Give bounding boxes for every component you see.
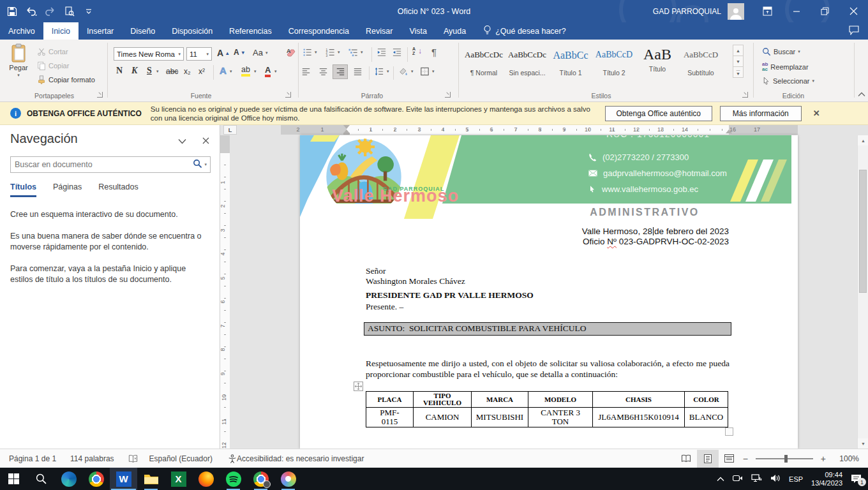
line-spacing-button[interactable]: ▾ bbox=[374, 67, 389, 76]
subscript-button[interactable]: x₂ bbox=[184, 67, 191, 76]
recipient-line-3[interactable]: PRESIDENTE GAD PR VALLE HERMOSO bbox=[366, 290, 534, 301]
zoom-level[interactable]: 100% bbox=[828, 454, 859, 463]
nav-chevron-down-icon[interactable] bbox=[178, 135, 186, 147]
table-cell[interactable]: BLANCO bbox=[685, 408, 728, 427]
more-info-button[interactable]: Más información bbox=[720, 106, 802, 121]
taskbar-paint-icon[interactable] bbox=[274, 468, 302, 490]
close-button[interactable] bbox=[839, 0, 868, 22]
table-cell[interactable]: JL6AMB6H15K010914 bbox=[593, 408, 685, 427]
format-painter-button[interactable]: Copiar formato bbox=[37, 75, 95, 84]
accessibility-icon[interactable] bbox=[228, 454, 237, 463]
table-header[interactable]: PLACA bbox=[366, 392, 414, 408]
nav-tab-paginas[interactable]: Páginas bbox=[53, 182, 82, 197]
tab-revisar[interactable]: Revisar bbox=[357, 22, 401, 40]
text-effects-button[interactable]: A bbox=[220, 65, 227, 76]
search-input[interactable] bbox=[11, 160, 193, 169]
numbering-button[interactable]: 123▾ bbox=[326, 48, 340, 57]
shrink-font-button[interactable]: A▾ bbox=[234, 48, 244, 57]
table-cell[interactable]: MITSUBISHI bbox=[472, 408, 528, 427]
align-left-button[interactable] bbox=[301, 68, 311, 76]
body-paragraph[interactable]: Respetuosamente me dirijo a usted, con e… bbox=[366, 358, 730, 380]
paragraph-dialog-launcher-icon[interactable] bbox=[445, 92, 451, 98]
style-heading2[interactable]: AaBbCcD Título 2 bbox=[594, 45, 634, 82]
font-name-combobox[interactable]: Times New Roma▾ bbox=[114, 47, 184, 61]
nav-tab-titulos[interactable]: Títulos bbox=[10, 182, 36, 197]
style-normal[interactable]: AaBbCcDc ¶ Normal bbox=[463, 45, 504, 82]
avatar[interactable] bbox=[728, 3, 744, 20]
taskbar-firefox-icon[interactable] bbox=[192, 468, 220, 490]
table-cell[interactable]: PMF- 0115 bbox=[366, 408, 414, 427]
change-case-button[interactable]: Aa▾ bbox=[253, 48, 267, 57]
warning-close-icon[interactable]: ✕ bbox=[813, 108, 820, 118]
bullets-button[interactable]: ▾ bbox=[303, 48, 317, 57]
table-header[interactable]: COLOR bbox=[685, 392, 728, 408]
font-dialog-launcher-icon[interactable] bbox=[285, 92, 291, 98]
table-cell[interactable]: CANTER 3 TON bbox=[528, 408, 593, 427]
tab-ayuda[interactable]: Ayuda bbox=[435, 22, 474, 40]
styles-dialog-launcher-icon[interactable] bbox=[742, 92, 748, 98]
style-heading1[interactable]: AaBbCc Título 1 bbox=[550, 45, 591, 82]
superscript-button[interactable]: x² bbox=[198, 67, 205, 76]
network-icon[interactable] bbox=[751, 474, 762, 484]
start-button[interactable] bbox=[0, 468, 27, 490]
collapse-ribbon-icon[interactable] bbox=[858, 91, 865, 98]
table-header[interactable]: MODELO bbox=[528, 392, 593, 408]
tell-me-box[interactable]: ¿Qué desea hacer? bbox=[474, 22, 566, 40]
borders-button[interactable]: ▾ bbox=[420, 67, 435, 76]
tab-insertar[interactable]: Insertar bbox=[79, 22, 122, 40]
sort-button[interactable]: AZ↓ bbox=[412, 47, 422, 56]
cut-button[interactable]: Cortar bbox=[37, 47, 68, 56]
page-indicator[interactable]: Página 1 de 1 bbox=[9, 454, 56, 463]
first-line-indent-marker[interactable] bbox=[343, 125, 350, 129]
meet-now-icon[interactable] bbox=[733, 474, 743, 484]
taskbar-clock[interactable]: 09:44 13/4/2023 bbox=[811, 471, 842, 487]
search-chevron-icon[interactable]: ▾ bbox=[204, 162, 207, 167]
read-mode-button[interactable] bbox=[675, 450, 697, 468]
action-center-icon[interactable]: 1 bbox=[851, 474, 862, 484]
clipboard-dialog-launcher-icon[interactable] bbox=[97, 92, 103, 98]
table-move-handle[interactable] bbox=[354, 382, 363, 391]
subject-line[interactable]: ASUNTO: SOLICITAR COMBUSTIBLE PARA VEHÍC… bbox=[364, 322, 731, 336]
align-center-button[interactable] bbox=[318, 68, 328, 76]
right-indent-marker[interactable] bbox=[726, 130, 732, 133]
tab-correspondencia[interactable]: Correspondencia bbox=[280, 22, 357, 40]
taskbar-chrome-profile-icon[interactable] bbox=[247, 468, 274, 490]
tab-disposicion[interactable]: Disposición bbox=[163, 22, 221, 40]
zoom-in-icon[interactable]: + bbox=[818, 454, 828, 464]
strikethrough-button[interactable]: abc bbox=[166, 67, 178, 76]
recipient-line-2[interactable]: Washington Morales Chávez bbox=[366, 276, 465, 286]
styles-scroll-down[interactable]: ▼ bbox=[733, 56, 744, 67]
tab-referencias[interactable]: Referencias bbox=[221, 22, 280, 40]
scrollbar-thumb[interactable] bbox=[859, 170, 867, 293]
get-office-button[interactable]: Obtenga Office auténtico bbox=[605, 106, 712, 121]
nav-tab-resultados[interactable]: Resultados bbox=[98, 182, 138, 197]
zoom-out-icon[interactable]: − bbox=[740, 454, 751, 464]
shading-button[interactable]: ▾ bbox=[398, 67, 414, 76]
find-button[interactable]: Buscar▾ bbox=[762, 47, 800, 56]
increase-indent-button[interactable] bbox=[392, 48, 402, 57]
justify-button[interactable] bbox=[353, 68, 363, 76]
table-cell[interactable]: CAMION bbox=[414, 408, 472, 427]
date-block[interactable]: Valle Hermoso, 28de febrero del 2023 Ofi… bbox=[491, 226, 729, 247]
clear-formatting-button[interactable]: A bbox=[286, 47, 296, 57]
volume-icon[interactable] bbox=[770, 474, 781, 484]
scroll-down-icon[interactable]: ▼ bbox=[858, 438, 868, 449]
bold-button[interactable]: N bbox=[116, 66, 123, 76]
proofing-icon[interactable] bbox=[128, 454, 138, 463]
font-size-combobox[interactable]: 11▾ bbox=[186, 47, 212, 61]
web-layout-button[interactable] bbox=[719, 450, 740, 468]
taskbar-explorer-icon[interactable] bbox=[137, 468, 165, 490]
tab-diseno[interactable]: Diseño bbox=[122, 22, 163, 40]
table-header[interactable]: TIPO VEHICULO bbox=[414, 392, 472, 408]
style-title[interactable]: AaB Título bbox=[637, 45, 678, 82]
vertical-ruler[interactable]: 1 2 3 4 5 6 7 8 9 10 11 12 bbox=[220, 135, 230, 449]
word-count[interactable]: 114 palabras bbox=[70, 454, 114, 463]
taskbar-word-icon[interactable]: W bbox=[110, 468, 137, 490]
ribbon-display-options-icon[interactable] bbox=[753, 0, 782, 22]
paste-button[interactable]: Pegar ▾ bbox=[5, 43, 32, 78]
zoom-slider-thumb[interactable] bbox=[784, 455, 788, 463]
multilevel-list-button[interactable]: ▾ bbox=[348, 48, 363, 57]
underline-chevron-icon[interactable]: ▾ bbox=[156, 69, 159, 74]
horizontal-ruler[interactable]: 3 2 1 1 2 3 4 5 6 7 8 9 10 11 12 13 14 1… bbox=[281, 125, 798, 135]
taskbar-chrome-icon[interactable] bbox=[82, 468, 110, 490]
